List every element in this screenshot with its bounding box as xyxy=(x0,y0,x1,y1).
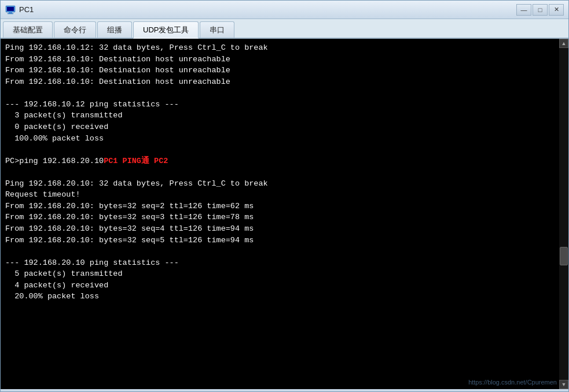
tab-multicast[interactable]: 组播 xyxy=(97,21,132,38)
scroll-track[interactable] xyxy=(559,48,568,380)
status-bar xyxy=(1,389,568,391)
watermark: https://blog.csdn.net/Cpuremen xyxy=(468,379,557,386)
main-window: PC1 — □ ✕ 基础配置 命令行 组播 UDP发包工具 串口 Ping 19… xyxy=(0,0,569,392)
scroll-thumb[interactable] xyxy=(560,247,568,265)
title-bar-left: PC1 xyxy=(5,5,34,15)
terminal-scrollbar[interactable]: ▲ ▼ xyxy=(559,39,568,389)
tab-serial[interactable]: 串口 xyxy=(200,21,234,38)
computer-icon xyxy=(5,5,16,15)
terminal-container[interactable]: Ping 192.168.10.12: 32 data bytes, Press… xyxy=(1,39,568,389)
svg-rect-2 xyxy=(9,12,12,13)
scroll-up-button[interactable]: ▲ xyxy=(559,39,568,48)
ping-success-label: PC1 PING通 PC2 xyxy=(104,157,168,165)
maximize-button[interactable]: □ xyxy=(533,4,548,16)
terminal-output: Ping 192.168.10.12: 32 data bytes, Press… xyxy=(5,42,564,386)
tab-basic[interactable]: 基础配置 xyxy=(3,21,53,38)
tab-udp[interactable]: UDP发包工具 xyxy=(133,21,199,39)
tab-command[interactable]: 命令行 xyxy=(54,21,96,38)
tab-bar: 基础配置 命令行 组播 UDP发包工具 串口 xyxy=(1,19,568,39)
title-buttons: — □ ✕ xyxy=(516,4,564,16)
svg-rect-3 xyxy=(8,13,13,14)
minimize-button[interactable]: — xyxy=(516,4,531,16)
title-bar: PC1 — □ ✕ xyxy=(1,1,568,19)
close-button[interactable]: ✕ xyxy=(549,4,564,16)
window-title: PC1 xyxy=(19,5,34,14)
svg-rect-1 xyxy=(7,7,14,11)
scroll-down-button[interactable]: ▼ xyxy=(559,380,568,389)
